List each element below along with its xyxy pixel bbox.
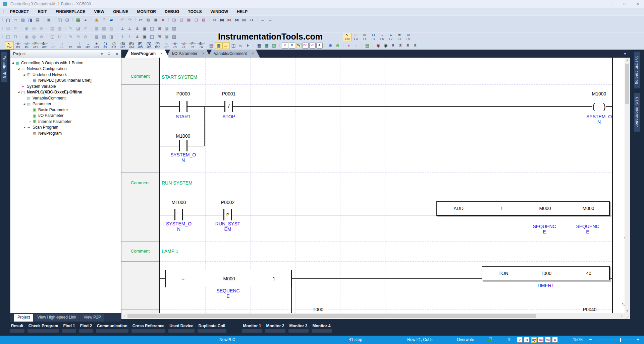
function-fb-tab[interactable]: Function/FB bbox=[1, 52, 7, 82]
ladder-element-button[interactable]: ↖ Esc bbox=[5, 41, 14, 50]
menu-item[interactable]: EDIT bbox=[33, 9, 51, 14]
toolbar-icon[interactable]: ▱ bbox=[12, 16, 19, 23]
toolbar-icon[interactable]: ▦ bbox=[100, 33, 108, 40]
toolbar-icon[interactable]: ▣ bbox=[141, 25, 148, 31]
toolbar-icon[interactable]: ◨ bbox=[26, 16, 34, 23]
scrollbar-thumb[interactable] bbox=[625, 64, 629, 104]
view-mode-button[interactable]: Dc bbox=[538, 337, 544, 343]
toolbar-icon[interactable]: ♜ bbox=[404, 42, 412, 49]
toolbar-icon[interactable]: ↶ bbox=[119, 16, 126, 23]
output-tab[interactable]: Check Program bbox=[28, 322, 59, 336]
toolbar-icon[interactable]: ▦ bbox=[263, 42, 270, 49]
toolbar-icon[interactable]: ▦ bbox=[74, 16, 82, 23]
ladder-element-button[interactable]: (R) sF4 bbox=[127, 41, 136, 50]
tree-expander-icon[interactable]: ◢ bbox=[17, 91, 20, 93]
output-tab[interactable]: Monitor 1 bbox=[242, 322, 262, 336]
toolbar-icon[interactable]: ⁞ bbox=[1, 33, 4, 40]
toolbar-icon[interactable]: ◉ bbox=[382, 42, 389, 49]
sfc-tool-button[interactable]: ⊞ F9 bbox=[404, 33, 413, 41]
toolbar-icon[interactable]: ▥ bbox=[270, 42, 278, 49]
toolbar-icon[interactable]: ⁞ bbox=[89, 25, 93, 31]
toolbar-icon[interactable]: ◫ bbox=[148, 33, 156, 40]
view-mode-button[interactable]: D bbox=[524, 337, 530, 343]
toolbar-icon[interactable]: ⁞ bbox=[89, 33, 93, 40]
menu-item[interactable]: TOOLS bbox=[183, 9, 206, 14]
tree-item[interactable]: ▤ NewPLC [B0S0 Internal Cnet] bbox=[10, 78, 121, 84]
contact-positive-p0002[interactable]: P bbox=[223, 209, 232, 220]
toolbar-icon[interactable]: ⊥ bbox=[126, 33, 133, 40]
tree-expander-icon[interactable]: ◢ bbox=[17, 67, 20, 70]
toolbar-icon[interactable]: ⋈ bbox=[240, 16, 248, 23]
toolbar-icon[interactable]: ⊡ bbox=[193, 16, 200, 23]
tree-item[interactable]: ▦ NewProgram bbox=[10, 130, 121, 136]
toolbar-icon[interactable]: ◫ bbox=[148, 25, 156, 31]
ladder-element-button[interactable]: ✳ sF9 bbox=[92, 41, 101, 50]
tab-close-icon[interactable]: × bbox=[160, 51, 163, 56]
contact-nc-p0001[interactable]: / bbox=[224, 101, 233, 112]
panel-pin-icon[interactable]: ↧ bbox=[108, 52, 111, 56]
sfc-tool-button[interactable]: ↳ F7 bbox=[386, 33, 395, 41]
rung-comment-text[interactable]: START SYSTEM bbox=[162, 74, 197, 80]
panel-close-icon[interactable]: ✕ bbox=[115, 52, 118, 56]
ton-timer-box[interactable]: TON T000 40 bbox=[482, 266, 610, 280]
toolbar-icon[interactable]: ⊥ bbox=[119, 33, 126, 40]
toolbar-icon[interactable]: ⊕ bbox=[327, 42, 334, 49]
tree-item[interactable]: ◢ ▤ Parameter bbox=[10, 101, 121, 107]
tab-close-icon[interactable]: × bbox=[252, 51, 254, 56]
document-tab[interactable]: NewProgram × bbox=[125, 50, 169, 58]
toolbar-icon[interactable]: ⁞ bbox=[255, 16, 259, 23]
sfc-tool-button[interactable]: → F6 bbox=[378, 33, 386, 41]
toolbar-icon[interactable]: ↦ bbox=[248, 16, 255, 23]
toolbar-icon[interactable]: ⁞ bbox=[45, 33, 49, 40]
toolbar-icon[interactable]: ▦ bbox=[93, 25, 100, 31]
ladder-element-button[interactable]: ⊓ aR bbox=[49, 41, 57, 50]
toolbar-icon[interactable]: Dy bbox=[296, 43, 302, 48]
menu-item[interactable]: WINDOW bbox=[206, 9, 232, 14]
toolbar-icon[interactable]: ◉ bbox=[375, 42, 382, 49]
ladder-element-button[interactable]: (P) sF5 bbox=[136, 41, 145, 50]
toolbar-icon[interactable]: ▤ bbox=[208, 42, 215, 49]
toolbar-icon[interactable]: ⁞ bbox=[115, 25, 119, 31]
zoom-out-button[interactable]: − bbox=[589, 337, 592, 342]
sfc-tool-button[interactable]: ⊞ F4 bbox=[360, 33, 369, 41]
toolbar-icon[interactable]: ▣ bbox=[141, 33, 148, 40]
toolbar-icon[interactable]: ⊟ bbox=[178, 16, 185, 23]
ladder-element-button[interactable]: ⊣P⊢ sF1 bbox=[31, 41, 40, 50]
right-dock-tab[interactable]: System catalog bbox=[634, 52, 640, 88]
toolbar-icon[interactable]: ⁞ bbox=[323, 42, 327, 49]
sfc-tool-button[interactable]: ⊡ F5 bbox=[369, 33, 378, 41]
window-control-button[interactable]: □ bbox=[624, 2, 626, 6]
toolbar-icon[interactable]: ▩ bbox=[100, 25, 108, 31]
ladder-element-button[interactable]: (S) sF3 bbox=[118, 41, 127, 50]
toolbar-icon[interactable]: ⊓ bbox=[12, 33, 19, 40]
rung-comment-text[interactable]: LAMP 1 bbox=[162, 249, 178, 254]
contact-no-m1000[interactable] bbox=[174, 209, 183, 220]
toolbar-icon[interactable]: ◉ bbox=[23, 25, 30, 31]
toolbar-icon[interactable]: ⋈ bbox=[218, 16, 226, 23]
ladder-element-button[interactable]: ⊣N⊢ c6 bbox=[197, 41, 206, 50]
zoom-slider-track[interactable] bbox=[596, 340, 634, 340]
tree-expander-icon[interactable]: ▷ bbox=[28, 120, 32, 123]
toolbar-icon[interactable]: ▦ bbox=[215, 42, 222, 49]
toolbar-icon[interactable]: F bbox=[245, 42, 252, 49]
toolbar-icon[interactable]: ⊞ bbox=[63, 16, 71, 23]
toolbar-icon[interactable]: ⁞ bbox=[278, 42, 281, 49]
tree-item[interactable]: ◢ ◫ NewPLC(XBC-DxxxE)-Offline bbox=[10, 89, 121, 95]
output-tab[interactable]: Result bbox=[10, 322, 24, 336]
toolbar-icon[interactable]: ◨ bbox=[108, 33, 115, 40]
toolbar-icon[interactable]: ♟ bbox=[133, 25, 141, 31]
output-tab[interactable]: Find 1 bbox=[62, 322, 76, 336]
toolbar-icon[interactable]: ⁞ bbox=[167, 16, 170, 23]
toolbar-icon[interactable]: ⊥ bbox=[119, 25, 126, 31]
toolbar-icon[interactable]: ⁞ bbox=[133, 16, 137, 23]
toolbar-icon[interactable]: ✕ bbox=[159, 16, 167, 23]
toolbar-icon[interactable]: ◉ bbox=[93, 16, 100, 23]
menu-item[interactable]: FIND/REPLACE bbox=[51, 9, 90, 14]
toolbar-icon[interactable]: V bbox=[282, 43, 288, 49]
toolbar-icon[interactable]: ▣ bbox=[152, 16, 159, 23]
ladder-element-button[interactable]: ⊔ aF bbox=[57, 41, 66, 50]
ladder-canvas[interactable]: Comment Comment Comment 1 6 14 START SYS… bbox=[121, 58, 630, 319]
toolbar-icon[interactable]: ◱ bbox=[49, 33, 56, 40]
menu-item[interactable]: DEBUG bbox=[160, 9, 183, 14]
ladder-element-button[interactable]: — F5 bbox=[66, 41, 75, 50]
